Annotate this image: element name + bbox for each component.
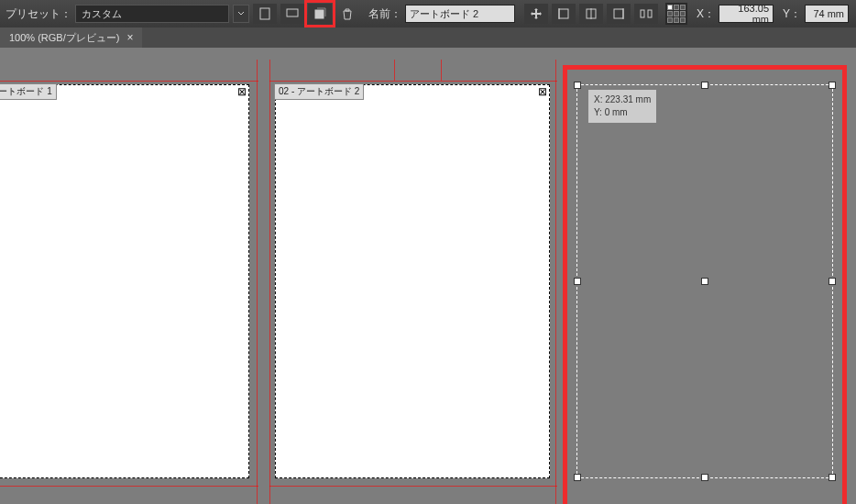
svg-rect-10 [648, 10, 652, 17]
reference-point-icon[interactable] [665, 3, 687, 25]
svg-rect-9 [641, 10, 644, 17]
svg-rect-0 [260, 8, 269, 19]
guide-line [257, 60, 258, 504]
move-artwork-icon[interactable] [524, 4, 548, 24]
guide-line [269, 81, 557, 82]
artboard-close-icon[interactable]: ⊠ [538, 85, 547, 98]
artboard-close-icon[interactable]: ⊠ [237, 85, 247, 98]
landscape-icon[interactable] [280, 4, 304, 24]
x-input[interactable]: 163.05 mm [719, 5, 774, 23]
guide-line [555, 60, 556, 504]
artboard-2[interactable]: 02 - アートボード 2 ⊠ [275, 84, 550, 478]
document-tab[interactable]: 100% (RGB/プレビュー) × [0, 27, 142, 48]
distribute-icon[interactable] [634, 4, 658, 24]
new-artboard-icon[interactable] [308, 4, 332, 24]
guide-line [269, 60, 270, 504]
tab-title: 100% (RGB/プレビュー) [9, 31, 119, 45]
coordinate-tooltip: X: 223.31 mm Y: 0 mm [588, 90, 656, 123]
artboard-1[interactable]: 1 - アートボード 1 ⊠ [0, 84, 249, 478]
control-bar: プリセット： カスタム 名前： アートボード 2 X： 163.05 mm Y：… [0, 0, 856, 27]
resize-handle[interactable] [701, 474, 708, 481]
guide-line [0, 81, 258, 82]
document-tab-bar: 100% (RGB/プレビュー) × [0, 27, 856, 48]
align-center-icon[interactable] [579, 4, 603, 24]
artboard-name-input[interactable]: アートボード 2 [405, 5, 515, 23]
artboard-label: 1 - アートボード 1 [0, 83, 57, 100]
svg-rect-3 [559, 9, 568, 18]
align-right-icon[interactable] [607, 4, 631, 24]
preset-dropdown[interactable]: カスタム [75, 5, 229, 23]
new-artboard-selection[interactable] [576, 84, 833, 478]
svg-rect-7 [614, 9, 623, 18]
resize-handle[interactable] [574, 474, 581, 481]
guide-line [0, 486, 258, 487]
name-label: 名前： [368, 6, 401, 22]
close-icon[interactable]: × [126, 31, 133, 44]
tooltip-x: X: 223.31 mm [594, 93, 651, 106]
center-handle[interactable] [701, 278, 708, 285]
dropdown-arrow-icon[interactable] [233, 5, 249, 23]
preset-label: プリセット： [5, 6, 71, 22]
resize-handle[interactable] [574, 82, 581, 89]
resize-handle[interactable] [701, 82, 708, 89]
x-label: X： [697, 6, 715, 22]
portrait-icon[interactable] [253, 4, 277, 24]
y-label: Y： [783, 6, 801, 22]
tooltip-y: Y: 0 mm [594, 106, 651, 119]
resize-handle[interactable] [829, 278, 836, 285]
guide-tick [441, 60, 442, 81]
y-input[interactable]: 74 mm [805, 5, 849, 23]
align-left-icon[interactable] [552, 4, 576, 24]
svg-rect-2 [315, 10, 324, 18]
canvas-area[interactable]: 1 - アートボード 1 ⊠ 02 - アートボード 2 ⊠ X: 223.31… [0, 48, 856, 504]
trash-icon[interactable] [335, 4, 359, 24]
guide-line [269, 486, 557, 487]
resize-handle[interactable] [574, 278, 581, 285]
guide-tick [394, 60, 395, 81]
resize-handle[interactable] [829, 82, 836, 89]
artboard-label: 02 - アートボード 2 [274, 83, 364, 100]
resize-handle[interactable] [829, 474, 836, 481]
svg-rect-1 [287, 9, 298, 16]
